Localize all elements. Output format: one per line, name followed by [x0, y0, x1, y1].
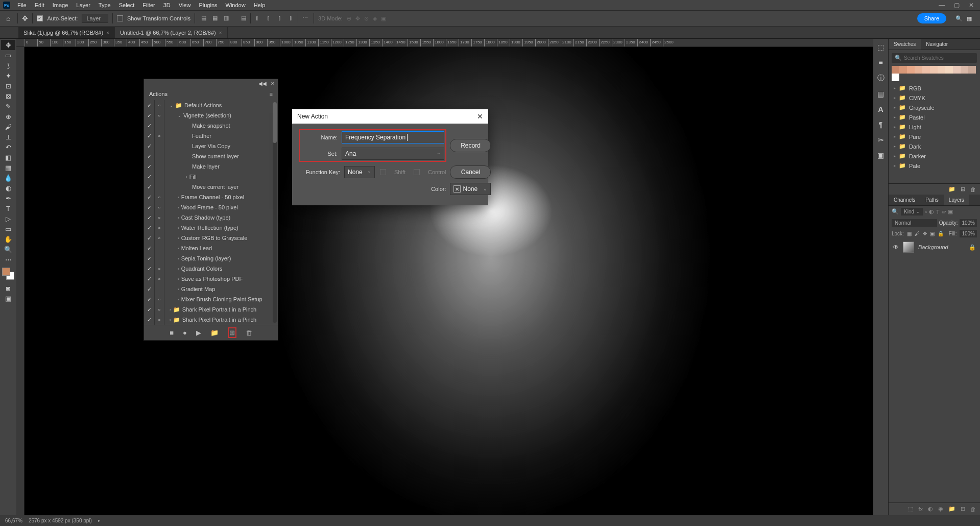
history-brush-tool[interactable]: ↶ — [1, 142, 15, 152]
horizontal-ruler[interactable]: 0501001502002503003504004505005506006507… — [25, 39, 873, 47]
action-row[interactable]: ✓▫›Save as Photoshop PDF — [144, 274, 273, 284]
adjustment-layer-icon[interactable]: ◉ — [938, 506, 943, 512]
distribute-icon2[interactable]: ⫿ — [286, 13, 296, 22]
filter-smart-icon[interactable]: ▣ — [948, 208, 953, 215]
action-row[interactable]: ✓Make layer — [144, 161, 273, 172]
navigator-tab[interactable]: Navigator — [921, 39, 953, 50]
action-set-select[interactable]: Ana⌄ — [342, 148, 444, 160]
libraries-panel-icon[interactable]: ▤ — [877, 90, 884, 98]
doc-info[interactable]: 2576 px x 4592 px (350 ppi) — [29, 518, 92, 523]
lock-artboard-icon[interactable]: ▣ — [930, 231, 935, 236]
show-transform-checkbox[interactable] — [117, 15, 123, 21]
menu-edit[interactable]: Edit — [31, 1, 49, 10]
action-color-select[interactable]: ✕ None ⌄ — [450, 183, 491, 195]
type-tool[interactable]: T — [1, 203, 15, 213]
gradient-tool[interactable]: ▦ — [1, 162, 15, 173]
swatch[interactable] — [968, 66, 976, 74]
action-row[interactable]: ✓▫›Frame Channel - 50 pixel — [144, 192, 273, 202]
close-tab-icon[interactable]: × — [219, 30, 222, 36]
swatch[interactable] — [938, 66, 945, 74]
maximize-icon[interactable]: ▢ — [954, 2, 960, 9]
zoom-tool[interactable]: 🔍 — [1, 244, 15, 254]
action-row[interactable]: ✓▫›📁Shark Pixel Portrait in a Pinch — [144, 315, 273, 325]
action-row[interactable]: ✓Layer Via Copy — [144, 141, 273, 151]
blend-mode-select[interactable]: Normal — [892, 219, 937, 227]
layer-name[interactable]: Background — [918, 244, 948, 250]
action-row[interactable]: ✓Show current layer — [144, 151, 273, 161]
action-row[interactable]: ✓Move current layer — [144, 182, 273, 192]
swatch-group[interactable]: ▸📁Grayscale — [889, 103, 980, 112]
share-button[interactable]: Share — [917, 13, 946, 23]
action-row[interactable]: ✓▫›Water Reflection (type) — [144, 223, 273, 233]
document-tab[interactable]: Untitled-1 @ 66,7% (Layer 2, RGB/8#)× — [115, 27, 228, 38]
action-row[interactable]: ✓▫⌄📁Default Actions — [144, 100, 273, 110]
record-icon[interactable]: ● — [183, 329, 187, 337]
swatch-search-input[interactable] — [904, 55, 974, 61]
foreground-color-swatch[interactable] — [2, 268, 10, 276]
filter-pixel-icon[interactable]: ▫ — [925, 209, 927, 215]
swatch-group[interactable]: ▸📁Pale — [889, 161, 980, 171]
menu-layer[interactable]: Layer — [72, 1, 94, 10]
eraser-tool[interactable]: ◧ — [1, 152, 15, 162]
play-icon[interactable]: ▶ — [196, 329, 201, 337]
collapse-panel-icon[interactable]: ◀◀ — [258, 81, 267, 86]
action-row[interactable]: ✓▫›Wood Frame - 50 pixel — [144, 202, 273, 212]
zoom-level[interactable]: 66,67% — [5, 518, 22, 523]
fill-value[interactable]: 100% — [960, 230, 977, 237]
swatch[interactable] — [945, 66, 953, 74]
swatch-group[interactable]: ▸📁Pure — [889, 132, 980, 141]
distribute-v-icon[interactable]: ⫿ — [253, 13, 262, 22]
align-top-icon[interactable]: ▤ — [239, 13, 248, 22]
action-row[interactable]: ✓▫⌄Vignette (selection) — [144, 110, 273, 121]
adjustments-panel-icon[interactable]: ≡ — [878, 58, 882, 66]
action-row[interactable]: ✓▫›Quadrant Colors — [144, 264, 273, 274]
new-layer-icon[interactable]: ⊞ — [961, 506, 965, 512]
action-row[interactable]: ✓▫›📁Shark Pixel Portrait in a Pinch — [144, 304, 273, 315]
layer-lock-icon[interactable]: 🔒 — [969, 244, 976, 251]
lock-image-icon[interactable]: 🖌 — [915, 231, 920, 236]
ruler-origin[interactable] — [16, 39, 25, 47]
document-tab[interactable]: Slika (1).jpg @ 66,7% (RGB/8#)× — [18, 27, 115, 38]
menu-file[interactable]: File — [13, 1, 31, 10]
swatch-group[interactable]: ▸📁CMYK — [889, 93, 980, 103]
menu-plugins[interactable]: Plugins — [195, 1, 221, 10]
menu-select[interactable]: Select — [115, 1, 139, 10]
action-row[interactable]: ✓▫›Cast Shadow (type) — [144, 212, 273, 223]
menu-view[interactable]: View — [175, 1, 195, 10]
paths-tab[interactable]: Paths — [920, 195, 944, 205]
swatch-group[interactable]: ▸📁Pastel — [889, 112, 980, 122]
layer-thumbnail[interactable] — [903, 242, 914, 253]
search-icon[interactable]: 🔍 — [955, 15, 963, 22]
lock-all-icon[interactable]: 🔒 — [938, 231, 944, 236]
filter-adjust-icon[interactable]: ◐ — [929, 208, 934, 215]
action-row[interactable]: ✓▫Feather — [144, 131, 273, 141]
distribute-icon[interactable]: ⫿ — [275, 13, 284, 22]
swatch[interactable] — [892, 74, 899, 81]
panel-menu-icon[interactable]: ≡ — [270, 91, 273, 97]
new-group-icon[interactable]: 📁 — [948, 506, 955, 512]
healing-tool[interactable]: ⊕ — [1, 111, 15, 122]
align-left-icon[interactable]: ▤ — [199, 13, 208, 22]
swatches-tab[interactable]: Swatches — [889, 39, 921, 50]
layer-mask-icon[interactable]: ◐ — [928, 506, 933, 512]
filter-type-icon[interactable]: T — [936, 209, 940, 215]
swatch[interactable] — [899, 66, 907, 74]
swatch[interactable] — [892, 66, 899, 74]
actions-panel-header[interactable]: Actions ≡ — [144, 88, 278, 100]
quick-mask-tool[interactable]: ◙ — [1, 283, 15, 293]
delete-swatch-icon[interactable]: 🗑 — [970, 186, 976, 193]
menu-filter[interactable]: Filter — [138, 1, 159, 10]
action-row[interactable]: ✓Make snapshot — [144, 121, 273, 131]
swatch[interactable] — [930, 66, 938, 74]
color-panel-icon[interactable]: ⬚ — [877, 43, 884, 51]
character-panel-icon[interactable]: A — [878, 105, 883, 113]
new-group-icon[interactable]: 📁 — [948, 186, 955, 193]
properties-panel-icon[interactable]: ⓘ — [877, 74, 885, 83]
menu-3d[interactable]: 3D — [159, 1, 175, 10]
swatch-search[interactable]: 🔍 — [892, 53, 977, 63]
lock-transparency-icon[interactable]: ▦ — [907, 231, 912, 236]
swatch[interactable] — [961, 66, 968, 74]
action-row[interactable]: ✓›Molten Lead — [144, 243, 273, 253]
lasso-tool[interactable]: ⟆ — [1, 60, 15, 70]
swatch-group[interactable]: ▸📁RGB — [889, 83, 980, 93]
